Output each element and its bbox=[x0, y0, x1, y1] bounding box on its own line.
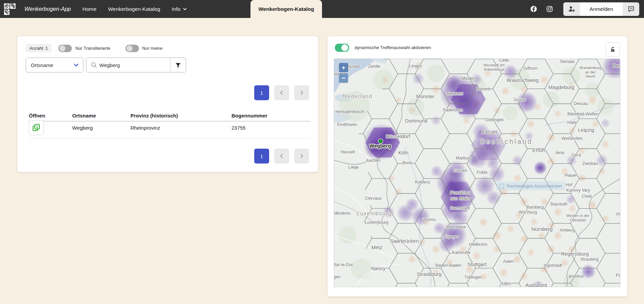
toggle-dynamische-trefferauswahl[interactable] bbox=[335, 44, 349, 52]
facebook-icon[interactable] bbox=[530, 5, 537, 13]
map-label: Braunschweig bbox=[507, 77, 539, 83]
pagination-prev-button[interactable] bbox=[274, 85, 289, 100]
nav-item-home[interactable]: Home bbox=[82, 6, 96, 12]
pagination-prev-button[interactable] bbox=[274, 149, 289, 164]
map-label: Luxembourg bbox=[357, 211, 392, 217]
chevron-right-icon bbox=[299, 153, 304, 159]
nav-item-info-label: Info bbox=[172, 6, 181, 12]
map-label: Speyer bbox=[445, 234, 459, 239]
map-label: Halle bbox=[567, 120, 577, 125]
nav-item-info[interactable]: Info bbox=[172, 6, 187, 12]
filter-button[interactable] bbox=[170, 58, 186, 72]
map-label: Neustadt am Rübenberge bbox=[484, 63, 505, 71]
map-label: Bayreuth bbox=[550, 202, 567, 207]
map-label: Amberg bbox=[560, 228, 575, 233]
map-label: Weiden in der Oberpfalz bbox=[566, 214, 589, 222]
toggle-nur-transliterierte[interactable] bbox=[58, 45, 72, 52]
map-label: Landshut bbox=[566, 274, 583, 279]
map-label: Bitterfeld-Wolfen bbox=[567, 112, 599, 116]
pagination-page-1[interactable]: 1 bbox=[254, 85, 269, 100]
map-label: Zwolle bbox=[368, 64, 380, 69]
map-label: Liège bbox=[348, 165, 359, 170]
search-results-panel: Anzahl: 1 Nur Transliterierte Nur meine … bbox=[17, 36, 318, 172]
auth-button-group: Anmelden bbox=[563, 2, 639, 16]
user-settings-icon bbox=[568, 5, 576, 13]
zoom-in-button[interactable]: + bbox=[339, 63, 348, 72]
map-label: Baden-Baden bbox=[436, 263, 461, 268]
map-label: Worms bbox=[422, 217, 436, 222]
cell-bogennummer: 23755 bbox=[232, 125, 246, 131]
field-select-value: Ortsname bbox=[31, 62, 74, 68]
wegberg-marker-label: Wegberg bbox=[369, 143, 391, 149]
field-select[interactable]: Ortsname bbox=[26, 58, 83, 72]
nav-item-katalog[interactable]: Wenkerbogen-Katalog bbox=[108, 6, 160, 12]
map-canvas[interactable]: LelystadZwolleAmsterdamLingenNeustadt am… bbox=[334, 59, 620, 287]
map-label: Aachen bbox=[366, 158, 380, 163]
map-label: Bonn bbox=[402, 160, 412, 165]
chevron-down-icon bbox=[183, 7, 187, 11]
map-label: Fulda bbox=[477, 170, 487, 175]
pagination-page-1[interactable]: 1 bbox=[254, 149, 269, 164]
login-button[interactable]: Anmelden bbox=[580, 2, 623, 16]
map-label: Dortmund bbox=[405, 118, 427, 124]
map-label: Jena bbox=[555, 150, 564, 155]
map-label: Dessau bbox=[574, 101, 588, 106]
map-label: Regensburg bbox=[561, 251, 589, 257]
user-settings-button[interactable] bbox=[563, 2, 580, 16]
map-label: Celle bbox=[499, 59, 509, 63]
chevron-right-icon bbox=[299, 90, 304, 95]
table-row: 1 Wegberg Rheinprovinz 23755 bbox=[29, 116, 310, 139]
map-label: Mézières bbox=[334, 211, 350, 216]
map-label: Nederland bbox=[343, 93, 372, 100]
map-label: Hameln bbox=[476, 87, 491, 91]
feedback-button[interactable] bbox=[623, 2, 639, 16]
map-label: Karlsruhe bbox=[452, 250, 470, 255]
map-label: Frankfurt am Main bbox=[450, 190, 470, 201]
map-label: Saarbrücken bbox=[390, 238, 419, 244]
map-label: Mannheim bbox=[446, 225, 466, 230]
active-tab-wenkerbogen-katalog[interactable]: Wenkerbogen-Katalog bbox=[250, 0, 322, 18]
cell-ortsname: Wegberg bbox=[72, 125, 93, 131]
feedback-icon bbox=[627, 5, 635, 13]
map-label: Luxembourg bbox=[365, 220, 388, 225]
toggle-knob bbox=[341, 44, 348, 51]
chevron-down-icon bbox=[74, 62, 79, 68]
map-label: Lingen bbox=[409, 64, 422, 68]
svg-text:1: 1 bbox=[36, 125, 38, 129]
result-count-badge: Anzahl: 1 bbox=[26, 44, 52, 52]
toggle-knob bbox=[59, 45, 65, 51]
map-label: Göttingen bbox=[485, 117, 504, 122]
toggle-knob bbox=[126, 45, 133, 51]
map-label: gen bbox=[334, 275, 340, 279]
lock-button[interactable] bbox=[606, 42, 620, 57]
map-label: Goslar bbox=[514, 97, 526, 102]
filter-toggles-row: Anzahl: 1 Nur Transliterierte Nur meine bbox=[26, 44, 170, 52]
pagination-next-button[interactable] bbox=[294, 85, 309, 100]
map-label: Hasselt bbox=[341, 150, 355, 154]
search-input[interactable] bbox=[99, 58, 170, 72]
map-label: Straubing bbox=[580, 257, 599, 262]
map-label: Darmstadt bbox=[450, 206, 470, 211]
pagination-next-button[interactable] bbox=[294, 149, 309, 164]
chevron-left-icon bbox=[279, 153, 284, 159]
app-logo-icon[interactable] bbox=[3, 3, 16, 16]
map-label: Minden bbox=[462, 76, 476, 81]
toggle-nur-meine[interactable] bbox=[125, 45, 139, 52]
map-label: Leipzig bbox=[578, 127, 594, 133]
search-row: Ortsname bbox=[26, 58, 186, 72]
pagination-bottom: 1 bbox=[254, 149, 309, 164]
open-document-icon: 1 bbox=[32, 123, 41, 132]
map-label: Erfurt bbox=[532, 147, 545, 153]
open-padlock-icon bbox=[610, 46, 616, 53]
map-label: Brandenburg an der Havel bbox=[580, 66, 601, 79]
map-header: dynamische Trefferauswahl aktivieren bbox=[335, 43, 620, 57]
instagram-icon[interactable] bbox=[546, 5, 553, 13]
app-brand[interactable]: Wenkerbogen-App bbox=[24, 6, 71, 12]
map-label: Eindhoven bbox=[337, 122, 357, 127]
zoom-out-button[interactable]: − bbox=[339, 73, 348, 83]
map-label: Deutschland bbox=[480, 138, 532, 146]
map-label: Köln bbox=[398, 150, 408, 155]
open-record-button[interactable]: 1 bbox=[29, 120, 44, 135]
toggle-dynamische-label: dynamische Trefferauswahl aktivieren bbox=[355, 45, 431, 50]
map-label: Nancy bbox=[371, 265, 386, 271]
